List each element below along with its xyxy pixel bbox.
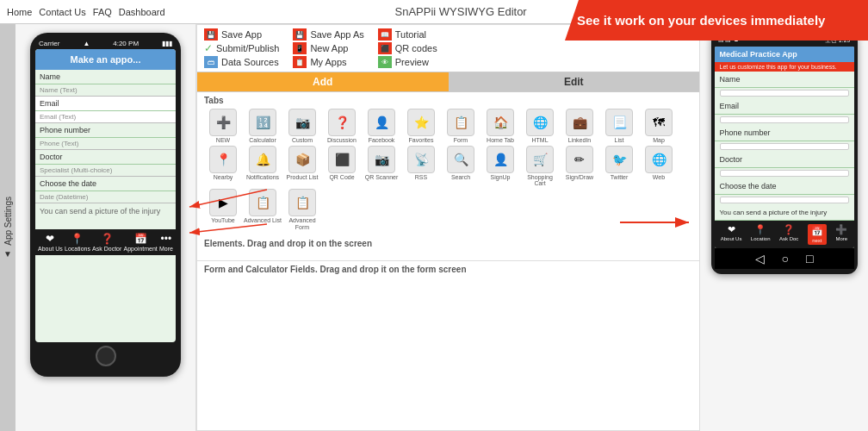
android-askdoc-label: Ask Doc xyxy=(779,236,798,241)
nav-faq[interactable]: FAQ xyxy=(93,7,112,17)
tab-icon-form[interactable]: 📋Form xyxy=(442,109,480,144)
tab-icon-web[interactable]: 🌐Web xyxy=(640,146,678,187)
tab-icon-list[interactable]: 📃List xyxy=(600,109,638,144)
new-app-button[interactable]: 📱 New App xyxy=(293,42,363,54)
tab-icon-advancedform[interactable]: 📋Advanced Form xyxy=(283,189,321,230)
save-app-icon: 💾 xyxy=(204,28,218,41)
android-field-name[interactable]: Name xyxy=(715,72,854,88)
nav-contact[interactable]: Contact Us xyxy=(39,7,85,17)
iphone-field-name[interactable]: Name xyxy=(35,70,176,84)
iphone-field-date[interactable]: Choose the date xyxy=(35,177,176,191)
nav-dashboard[interactable]: Dashboard xyxy=(119,7,165,17)
android-recent-btn[interactable]: □ xyxy=(806,252,813,265)
tab-icon-favorites[interactable]: ⭐Favorites xyxy=(402,109,440,144)
tab-add[interactable]: Add xyxy=(197,72,449,91)
icon-grid-area: Tabs ➕NEW🔢Calculator📷Custom❓Discussion👤F… xyxy=(197,92,699,260)
iphone-device: Carrier ▲ 4:20 PM ▮▮▮ Make an appo... Na… xyxy=(30,33,181,377)
iphone-field-email[interactable]: Email xyxy=(35,97,176,111)
icon-box: 📍 xyxy=(209,146,237,173)
android-input-email[interactable] xyxy=(720,116,849,123)
save-app-as-button[interactable]: 💾 Save App As xyxy=(293,28,363,41)
icon-box: 📋 xyxy=(447,109,474,136)
android-tab-more[interactable]: ➕ More xyxy=(835,224,847,245)
android-back-btn[interactable]: ◁ xyxy=(755,252,765,265)
tab-icon-productlist[interactable]: 📦Product List xyxy=(283,146,321,187)
tab-icon-signdraw[interactable]: ✏Sign/Draw xyxy=(561,146,598,187)
tab-icon-hometab[interactable]: 🏠Home Tab xyxy=(481,109,519,144)
android-field-photo[interactable]: You can send a picture of the injury xyxy=(715,205,854,221)
tab-icon-signup[interactable]: 👤SignUp xyxy=(481,146,519,187)
icon-label: Sign/Draw xyxy=(566,174,593,181)
android-field-phone[interactable]: Phone number xyxy=(715,125,854,141)
tab-icon-shoppingcart[interactable]: 🛒Shopping Cart xyxy=(521,146,559,187)
icon-label: Advanced List xyxy=(244,217,282,224)
tab-icon-youtube[interactable]: ▶YouTube xyxy=(204,189,242,230)
locations-icon: 📍 xyxy=(71,233,84,245)
icon-label: Notifications xyxy=(246,174,279,181)
iphone-tab-locations[interactable]: 📍 Locations xyxy=(65,233,90,252)
android-tab-location[interactable]: 📍 Location xyxy=(751,224,771,245)
tab-icon-calculator[interactable]: 🔢Calculator xyxy=(244,109,282,144)
tab-icon-discussion[interactable]: ❓Discussion xyxy=(323,109,361,144)
app-settings-label[interactable]: App Settings xyxy=(3,197,13,246)
submit-label: Submit/Publish xyxy=(216,43,279,53)
tutorial-button[interactable]: 📖 Tutorial xyxy=(378,28,437,41)
iphone-tab-appointment[interactable]: 📅 Appointment xyxy=(123,233,157,252)
icon-label: Home Tab xyxy=(487,137,514,144)
iphone-tab-askdoctor[interactable]: ❓ Ask Doctor xyxy=(92,233,121,252)
tab-icon-twitter[interactable]: 🐦Twitter xyxy=(600,146,638,187)
tab-icon-notifications[interactable]: 🔔Notifications xyxy=(244,146,282,187)
iphone-field-photo[interactable]: You can send a picture of the injury xyxy=(35,203,176,229)
android-about-icon: ❤ xyxy=(728,224,735,235)
icon-box: 👤 xyxy=(487,146,514,173)
submit-publish-button[interactable]: ✓ Submit/Publish xyxy=(204,42,279,54)
qr-codes-button[interactable]: ⬛ QR codes xyxy=(378,42,437,54)
tab-icon-custom[interactable]: 📷Custom xyxy=(283,109,321,144)
more-icon: ••• xyxy=(161,233,172,245)
tab-icon-advancedlist[interactable]: 📋Advanced List xyxy=(244,189,282,230)
android-tab-askdoc[interactable]: ❓ Ask Doc xyxy=(779,224,798,245)
tab-icon-qrscanner[interactable]: 📷QR Scanner xyxy=(363,146,400,187)
iphone-field-phone[interactable]: Phone number xyxy=(35,123,176,138)
android-input-phone[interactable] xyxy=(720,143,849,150)
iphone-home-button[interactable] xyxy=(96,346,116,366)
data-sources-button[interactable]: 🗃 Data Sources xyxy=(204,56,279,68)
tab-icon-nearby[interactable]: 📍Nearby xyxy=(204,146,242,187)
android-tab-about[interactable]: ❤ About Us xyxy=(721,224,742,245)
nav-home[interactable]: Home xyxy=(7,7,32,17)
icon-label: Web xyxy=(653,174,665,181)
my-apps-button[interactable]: 📋 My Apps xyxy=(293,56,363,68)
left-sidebar[interactable]: App Settings ▼ xyxy=(0,24,16,431)
tab-icon-html[interactable]: 🌐HTML xyxy=(521,109,559,144)
sidebar-collapse-arrow[interactable]: ▼ xyxy=(3,249,12,259)
save-app-label: Save App xyxy=(221,29,262,40)
tab-icon-map[interactable]: 🗺Map xyxy=(640,109,678,144)
android-input-doctor[interactable] xyxy=(720,170,849,177)
toolbar-group-col3: 📖 Tutorial ⬛ QR codes 👁 Preview xyxy=(378,28,437,68)
android-input-name[interactable] xyxy=(720,90,849,97)
android-input-date[interactable] xyxy=(720,197,849,203)
tutorial-icon: 📖 xyxy=(378,28,392,41)
tab-icon-rss[interactable]: 📡RSS xyxy=(402,146,440,187)
askdoctor-icon: ❓ xyxy=(101,233,114,245)
tab-icon-facebook[interactable]: 👤Facebook xyxy=(363,109,400,144)
form-section: Form and Calculator Fields. Drag and dro… xyxy=(197,260,699,286)
icon-label: Custom xyxy=(292,137,313,144)
android-tab-next[interactable]: 📅 next xyxy=(808,224,827,245)
iphone-tab-more[interactable]: ••• More xyxy=(159,233,173,252)
iphone-tab-about[interactable]: ❤ About Us xyxy=(38,233,63,252)
android-field-date[interactable]: Choose the date xyxy=(715,178,854,195)
tab-icon-new[interactable]: ➕NEW xyxy=(204,109,242,144)
tab-icon-search[interactable]: 🔍Search xyxy=(442,146,480,187)
preview-label: Preview xyxy=(395,57,429,67)
save-app-button[interactable]: 💾 Save App xyxy=(204,28,279,41)
android-home-btn[interactable]: ○ xyxy=(782,252,789,265)
tab-icon-linkedin[interactable]: 💼LinkedIn xyxy=(561,109,598,144)
iphone-field-doctor[interactable]: Doctor xyxy=(35,150,176,165)
preview-button[interactable]: 👁 Preview xyxy=(378,56,437,68)
android-field-email[interactable]: Email xyxy=(715,98,854,115)
android-field-doctor[interactable]: Doctor xyxy=(715,152,854,168)
tab-edit[interactable]: Edit xyxy=(449,72,700,91)
iphone-screen: Make an appo... Name Name (Text) Email E… xyxy=(35,49,176,342)
tab-icon-qrcode[interactable]: ⬛QR Code xyxy=(323,146,361,187)
